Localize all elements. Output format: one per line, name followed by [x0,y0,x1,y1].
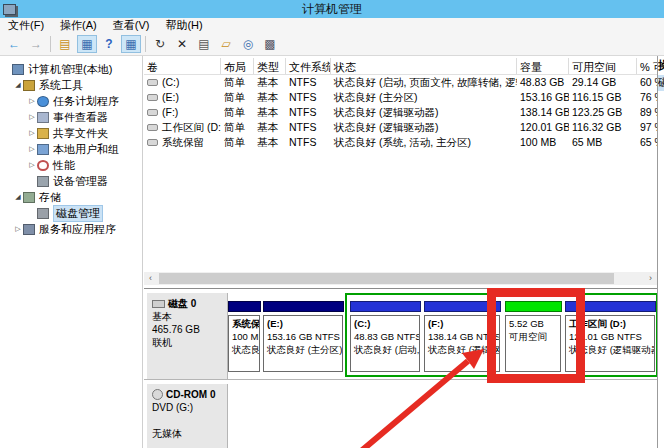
collapsed-icon[interactable]: ▷ [27,129,37,137]
cd-icon [152,389,163,400]
tree-item-label: 存储 [39,190,61,205]
back-icon[interactable]: ← [4,35,24,53]
refresh-icon[interactable]: ↻ [150,35,170,53]
tree-item-label: 计算机管理(本地) [28,62,112,77]
performance-icon [37,160,49,171]
logical-drive-strip [424,301,501,312]
volume-row-c[interactable]: (C:) 简单 基本 NTFS 状态良好 (启动, 页面文件, 故障转储, 逻辑… [144,75,657,90]
volume-type: 基本 [254,90,286,105]
partition-e[interactable]: (E:) 153.16 GB NTFS 状态良好 (主分区) [263,293,344,377]
magnifier-icon[interactable]: ◎ [238,35,258,53]
scrollbar-thumb[interactable] [159,273,614,284]
logical-drive-strip [565,301,656,312]
computer-icon [12,64,24,75]
tree-item-performance[interactable]: ▷ 性能 [0,157,142,173]
column-header-layout[interactable]: 布局 [221,58,254,74]
tree-item-computer-management[interactable]: 计算机管理(本地) [0,61,142,77]
volume-capacity: 120.01 GB [517,120,569,135]
title-bar: 计算机管理 [0,0,664,18]
cdrom-media-status: 无媒体 [152,427,222,440]
partition-size: 138.14 GB NTFS [428,330,496,343]
delete-icon[interactable]: ✕ [172,35,192,53]
column-header-percent-free[interactable]: % 可 [637,58,657,74]
disk0-status: 联机 [152,336,222,349]
partition-status: 状态良好 (逻辑驱动器) [428,343,496,356]
volume-row-e[interactable]: (E:) 简单 基本 NTFS 状态良好 (主分区) 153.16 GB 116… [144,90,657,105]
tree-item-label: 共享文件夹 [53,126,108,141]
system-tools-icon [23,80,35,91]
partition-status: 状态良好 (主分区) [267,343,339,356]
tree-item-task-scheduler[interactable]: ▷ 任务计划程序 [0,93,142,109]
partition-label: (E:) [267,317,339,330]
tree-item-event-viewer[interactable]: ▷ 事件查看器 [0,109,142,125]
collapsed-icon[interactable]: ▷ [27,145,37,153]
properties-icon[interactable]: ▤ [194,35,214,53]
console-window-icon[interactable]: ▦ [77,35,97,53]
tree-item-disk-management[interactable]: 磁盘管理 [0,205,142,221]
partition-size: 48.83 GB NTFS [354,330,416,343]
volume-type: 基本 [254,135,286,150]
scroll-left-icon[interactable]: ‹ [144,272,157,285]
menu-action[interactable]: 操作(A) [52,18,105,33]
disk0-type: 基本 [152,310,222,323]
tree-item-services-applications[interactable]: ▷ 服务和应用程序 [0,221,142,237]
disk0-label-box[interactable]: 磁盘 0 基本 465.76 GB 联机 [147,293,228,379]
expanded-icon[interactable]: ◢ [13,193,23,201]
cdrom-label-box[interactable]: CD-ROM 0 DVD (G:) 无媒体 [147,384,228,448]
partition-label: (F:) [428,317,496,330]
volume-layout: 简单 [221,90,254,105]
partition-free-space[interactable]: 5.52 GB 可用空间 [505,293,562,377]
show-actions-pane-icon[interactable]: ▦ [121,35,141,53]
cdrom-row: CD-ROM 0 DVD (G:) 无媒体 [144,384,657,448]
tree-item-local-users[interactable]: ▷ 本地用户和组 [0,141,142,157]
help-icon[interactable]: ? [99,35,119,53]
volume-free: 29.14 GB [569,75,637,90]
volume-row-d[interactable]: 工作区间 (D:) 简单 基本 NTFS 状态良好 (逻辑驱动器) 120.01… [144,120,657,135]
expanded-icon[interactable]: ◢ [13,81,23,89]
forward-icon[interactable]: → [26,35,46,53]
menu-help[interactable]: 帮助(H) [157,18,210,33]
volume-row-f[interactable]: (F:) 简单 基本 NTFS 状态良好 (逻辑驱动器) 138.14 GB 1… [144,105,657,120]
horizontal-scrollbar[interactable]: ‹ › [144,272,657,285]
menu-file[interactable]: 文件(F) [0,18,52,33]
partition-system-reserved[interactable]: 系统保留 100 MB 状态良好 (系统, 活动 [228,293,261,377]
show-console-tree-icon[interactable]: ▤ [55,35,75,53]
menu-view[interactable]: 查看(V) [105,18,158,33]
tree-item-shared-folders[interactable]: ▷ 共享文件夹 [0,125,142,141]
actions-pane-item[interactable]: 磁盘管理 [658,75,664,91]
column-header-free-space[interactable]: 可用空间 [569,58,637,74]
partition-size: 120.01 GB NTFS [569,330,651,343]
volume-row-system-reserved[interactable]: 系统保留 简单 基本 NTFS 状态良好 (系统, 活动, 主分区) 100 M… [144,135,657,150]
column-header-status[interactable]: 状态 [331,58,517,74]
column-header-volume[interactable]: 卷 [144,58,221,74]
partition-d[interactable]: 工作区间 (D:) 120.01 GB NTFS 状态良好 (逻辑驱动器) [565,293,656,377]
volume-icon [147,124,158,131]
volume-name: 工作区间 (D:) [162,120,221,135]
disk-graphical-view: 磁盘 0 基本 465.76 GB 联机 系统保留 100 MB 状态良好 (系… [144,288,657,448]
open-folder-icon[interactable]: ▱ [216,35,236,53]
event-viewer-icon [37,112,49,123]
collapsed-icon[interactable]: ▷ [27,97,37,105]
disk0-row: 磁盘 0 基本 465.76 GB 联机 系统保留 100 MB 状态良好 (系… [144,293,657,380]
column-header-capacity[interactable]: 容量 [517,58,569,74]
collapsed-icon[interactable]: ▷ [13,225,23,233]
partition-c[interactable]: (C:) 48.83 GB NTFS 状态良好 (启动, 页面文件 [350,293,421,377]
tree-item-system-tools[interactable]: ◢ 系统工具 [0,77,142,93]
partition-status: 状态良好 (逻辑驱动器) [569,343,651,356]
volume-icon [147,139,158,146]
menu-bar: 文件(F) 操作(A) 查看(V) 帮助(H) [0,18,664,33]
toolbar-separator [145,36,146,52]
column-header-filesystem[interactable]: 文件系统 [286,58,331,74]
settings-icon[interactable]: ▩ [260,35,280,53]
free-space-strip [505,301,562,312]
toolbar-separator [50,36,51,52]
partition-f[interactable]: (F:) 138.14 GB NTFS 状态良好 (逻辑驱动器) [424,293,501,377]
column-header-type[interactable]: 类型 [254,58,286,74]
collapsed-icon[interactable]: ▷ [27,113,37,121]
scroll-right-icon[interactable]: › [644,272,657,285]
tree-item-storage[interactable]: ◢ 存储 [0,189,142,205]
tree-item-device-manager[interactable]: 设备管理器 [0,173,142,189]
volume-percent-free: 65 % [637,135,657,150]
collapsed-icon[interactable]: ▷ [27,161,37,169]
volume-status: 状态良好 (主分区) [331,90,517,105]
